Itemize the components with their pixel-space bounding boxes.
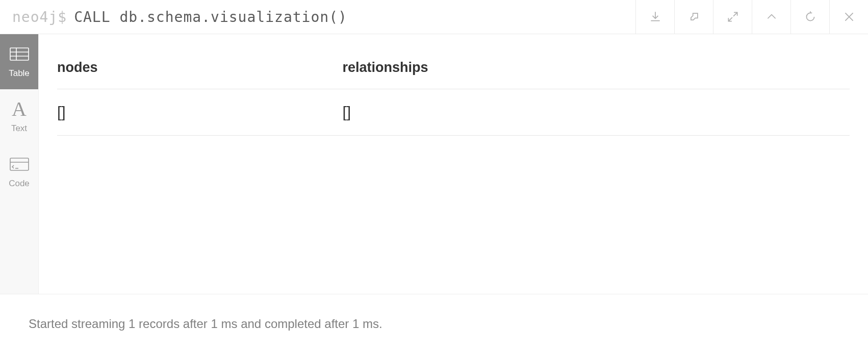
view-sidebar: Table A Text Code <box>0 34 39 294</box>
pin-icon <box>687 10 701 23</box>
download-button[interactable] <box>635 0 674 34</box>
result-panel: nodes relationships [] [] <box>39 34 868 294</box>
cell-relationships: [] <box>342 89 850 136</box>
expand-button[interactable] <box>713 0 752 34</box>
expand-icon <box>726 10 739 23</box>
collapse-button[interactable] <box>752 0 790 34</box>
query-header: neo4j$ CALL db.schema.visualization() <box>0 0 868 34</box>
code-icon <box>9 155 30 173</box>
column-header-relationships: relationships <box>342 53 850 89</box>
download-icon <box>649 10 662 23</box>
column-header-nodes: nodes <box>57 53 342 89</box>
text-icon: A <box>12 100 27 118</box>
tab-code-label: Code <box>9 179 30 189</box>
table-header-row: nodes relationships <box>57 53 850 89</box>
table-row: [] [] <box>57 89 850 136</box>
query-text: CALL db.schema.visualization() <box>74 9 347 26</box>
rerun-button[interactable] <box>790 0 829 34</box>
prompt-label: neo4j$ <box>12 9 67 26</box>
query-prompt-area: neo4j$ CALL db.schema.visualization() <box>0 9 635 26</box>
rerun-icon <box>804 10 817 23</box>
pin-button[interactable] <box>674 0 713 34</box>
status-text: Started streaming 1 records after 1 ms a… <box>29 317 382 331</box>
tab-table-label: Table <box>9 68 30 79</box>
cell-nodes: [] <box>57 89 342 136</box>
result-table: nodes relationships [] [] <box>57 53 850 136</box>
tab-code[interactable]: Code <box>0 144 38 199</box>
tab-text-label: Text <box>11 123 27 134</box>
tab-table[interactable]: Table <box>0 34 38 89</box>
table-icon <box>9 45 30 63</box>
svg-rect-0 <box>10 48 29 60</box>
close-icon <box>843 10 856 23</box>
tab-text[interactable]: A Text <box>0 89 38 144</box>
header-actions <box>635 0 868 34</box>
svg-rect-4 <box>10 158 29 170</box>
chevron-up-icon <box>765 10 778 23</box>
status-footer: Started streaming 1 records after 1 ms a… <box>0 294 868 353</box>
result-body: Table A Text Code nodes relationships <box>0 34 868 294</box>
close-button[interactable] <box>829 0 868 34</box>
